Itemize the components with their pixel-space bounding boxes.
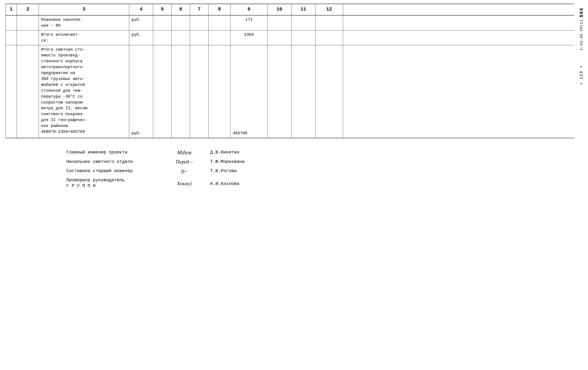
cell-r1-c7 (190, 15, 209, 30)
cell-r1-c5 (153, 15, 172, 30)
table-row: Итого исключает- ся: руб. 2304 (6, 31, 574, 45)
table-row: Плановне накопле- ния – 8% руб. 171 (6, 15, 574, 31)
col-header-6: 6 (172, 4, 190, 15)
sig-row-4: Проверила руководитель Г Р У П П Н Хохло… (66, 177, 588, 189)
cell-r3-c9: 465766 (231, 45, 267, 138)
col-header-11: 11 (291, 4, 315, 15)
cell-r1-c10 (267, 15, 291, 30)
sig-role-1: Главный инженер проекта (66, 149, 158, 155)
page: 1 2 3 4 5 6 7 8 9 10 11 12 Плановне нако… (0, 4, 588, 370)
col-header-12: 12 (315, 4, 343, 15)
cell-r2-c5 (153, 31, 172, 45)
cell-r2-c4: руб. (129, 31, 153, 45)
col-header-3: 3 (39, 4, 129, 15)
cell-r1-c1 (6, 15, 17, 30)
cell-r3-c3: Итого сметная сто- имость производ- стве… (39, 45, 129, 138)
sig-sign-2: Перед – (158, 159, 210, 165)
cell-r3-c7 (190, 45, 209, 138)
cell-r2-c12 (315, 31, 343, 45)
sig-name-1: Д.В.Никитин (210, 150, 239, 155)
cell-r1-c4: руб. (129, 15, 153, 30)
col-header-4: 4 (129, 4, 153, 15)
col-header-8: 8 (209, 4, 231, 15)
doc-number: 503 (579, 8, 584, 18)
cell-r1-c6 (172, 15, 190, 30)
sig-sign-3: ∫z– (158, 168, 210, 174)
sig-name-4: Н.И.Хохлова (210, 181, 239, 186)
cell-r2-c7 (190, 31, 209, 45)
sig-name-2: Т.Ф.Морковина (210, 159, 245, 164)
cell-r2-c1 (6, 31, 17, 45)
table-row: Итого сметная сто- имость производ- стве… (6, 45, 574, 138)
col-header-2: 2 (17, 4, 39, 15)
sig-role-2: Начальник сметного отдела (66, 159, 158, 164)
cell-r1-c11 (291, 15, 315, 30)
sig-row-1: Главный инженер проекта Мdим Д.В.Никитин (66, 149, 588, 155)
cell-r1-c12 (315, 15, 343, 30)
sig-row-2: Начальник сметного отдела Перед – Т.Ф.Мо… (66, 159, 588, 165)
cell-r2-c8 (209, 31, 231, 45)
cell-r2-c10 (267, 31, 291, 45)
sig-sign-4: Хохло} (158, 181, 210, 186)
col-header-10: 10 (267, 4, 291, 15)
cell-r3-c10 (267, 45, 291, 138)
cell-r3-c8 (209, 45, 231, 138)
cell-r2-c9: 2304 (231, 31, 267, 45)
cell-r2-c11 (291, 31, 315, 45)
cell-r3-c2 (17, 45, 39, 138)
cell-r1-c8 (209, 15, 231, 30)
sig-sign-1: Мdим (158, 149, 210, 155)
col-header-1: 1 (6, 4, 17, 15)
cell-r3-c12 (315, 45, 343, 138)
cell-r3-c1 (6, 45, 17, 138)
cell-r2-c2 (17, 31, 39, 45)
cell-r2-c6 (172, 31, 190, 45)
page-number: • 119 • (579, 65, 584, 85)
cell-r1-c3: Плановне накопле- ния – 8% (39, 15, 129, 30)
sig-row-3: Составила старший инженер ∫z– Т.И.Рогова (66, 168, 588, 174)
cell-r3-c6 (172, 45, 190, 138)
sig-role-3: Составила старший инженер (66, 168, 158, 174)
cell-r1-c2 (17, 15, 39, 30)
col-header-7: 7 (190, 4, 209, 15)
cell-r3-c11 (291, 45, 315, 138)
doc-id: 1-33.85 УП(1) (579, 19, 584, 51)
sig-role-4: Проверила руководитель Г Р У П П Н (66, 177, 158, 189)
cell-r2-c3: Итого исключает- ся: (39, 31, 129, 45)
signature-block: Главный инженер проекта Мdим Д.В.Никитин… (66, 149, 588, 189)
side-text-area: 503 1-33.85 УП(1) • 119 • (576, 4, 587, 370)
sig-name-3: Т.И.Рогова (210, 168, 237, 173)
col-header-9: 9 (231, 4, 267, 15)
cell-r3-c4: руб. (129, 45, 153, 138)
col-header-5: 5 (153, 4, 172, 15)
cell-r3-c5 (153, 45, 172, 138)
cell-r1-c9: 171 (231, 15, 267, 30)
